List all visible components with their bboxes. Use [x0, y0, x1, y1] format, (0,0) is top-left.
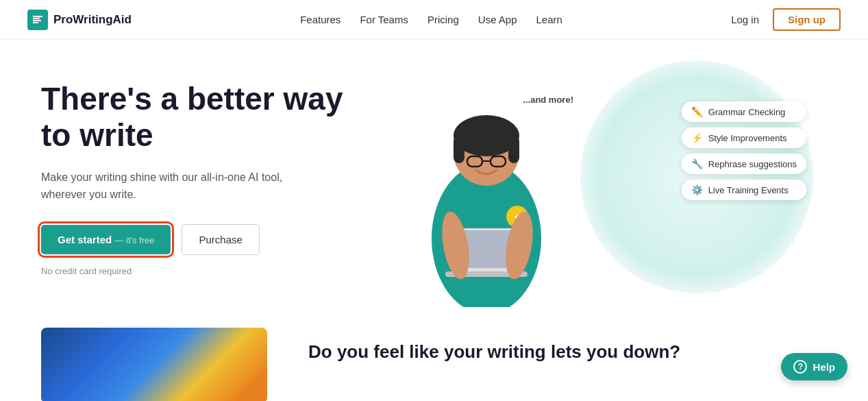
- pill-training: ⚙️ Live Training Events: [682, 180, 806, 200]
- pill-training-label: Live Training Events: [708, 185, 789, 195]
- feature-pills: ✏️ Grammar Checking ⚡ Style Improvements…: [682, 101, 806, 200]
- rephrase-icon: 🔧: [691, 158, 703, 169]
- help-button[interactable]: ? Help: [781, 353, 847, 380]
- hero-buttons: Get started — it's free Purchase: [41, 224, 370, 255]
- pill-grammar: ✏️ Grammar Checking: [682, 101, 806, 122]
- image-gradient: [41, 328, 267, 401]
- hero-right: ...and more!: [384, 74, 827, 307]
- nav-item-for-teams[interactable]: For Teams: [360, 14, 408, 25]
- pill-style: ⚡ Style Improvements: [682, 127, 806, 148]
- nav-item-pricing[interactable]: Pricing: [427, 14, 459, 25]
- bottom-section: Do you feel like your writing lets you d…: [0, 328, 868, 401]
- bottom-right: Do you feel like your writing lets you d…: [308, 328, 680, 363]
- bottom-image: [41, 328, 267, 401]
- purchase-button[interactable]: Purchase: [182, 224, 259, 255]
- pill-style-label: Style Improvements: [708, 133, 787, 143]
- pill-rephrase: 🔧 Rephrase suggestions: [682, 154, 806, 174]
- pill-grammar-label: Grammar Checking: [708, 107, 786, 117]
- svg-rect-4: [508, 136, 519, 163]
- help-label: Help: [813, 361, 835, 373]
- signup-button[interactable]: Sign up: [773, 8, 841, 31]
- logo-icon: [27, 10, 48, 30]
- hero-title: There's a better way to write: [41, 81, 370, 154]
- navbar: ProWritingAid Features For Teams Pricing…: [0, 0, 868, 40]
- nav-item-use-app[interactable]: Use App: [478, 14, 517, 25]
- svg-rect-3: [454, 136, 464, 163]
- nav-item-features[interactable]: Features: [300, 14, 340, 25]
- bottom-title: Do you feel like your writing lets you d…: [308, 341, 680, 363]
- logo-text: ProWritingAid: [53, 13, 132, 27]
- get-started-label: Get started: [58, 234, 112, 245]
- nav-item-learn[interactable]: Learn: [536, 14, 562, 25]
- nav-links: Features For Teams Pricing Use App Learn: [300, 14, 562, 26]
- hero-left: There's a better way to write Make your …: [41, 74, 370, 276]
- no-credit-text: No credit card required: [41, 266, 370, 276]
- style-icon: ⚡: [691, 132, 703, 143]
- hero-subtitle: Make your writing shine with our all-in-…: [41, 169, 301, 204]
- hero-section: There's a better way to write Make your …: [0, 40, 868, 328]
- nav-actions: Log in Sign up: [731, 8, 841, 31]
- help-icon: ?: [793, 360, 807, 374]
- training-icon: ⚙️: [691, 184, 703, 195]
- get-started-button[interactable]: Get started — it's free: [41, 225, 171, 254]
- logo-link[interactable]: ProWritingAid: [27, 10, 132, 30]
- login-button[interactable]: Log in: [731, 14, 759, 25]
- person-svg: ★: [411, 101, 562, 307]
- help-icon-text: ?: [798, 362, 803, 372]
- grammar-icon: ✏️: [691, 106, 703, 117]
- hero-illustration: ★: [411, 101, 562, 307]
- pill-rephrase-label: Rephrase suggestions: [708, 159, 797, 169]
- get-started-sublabel: — it's free: [114, 235, 154, 245]
